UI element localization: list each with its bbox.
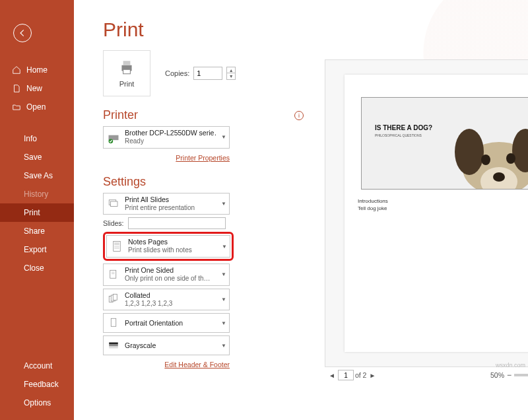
print-button[interactable]: Print [103, 50, 150, 96]
svg-point-22 [455, 129, 484, 175]
zoom-out-button[interactable]: − [507, 370, 512, 380]
sidebar-item-saveas[interactable]: Save As [0, 166, 74, 185]
page-number-input[interactable] [338, 370, 354, 380]
chevron-down-icon: ▼ [221, 271, 226, 277]
copies-spinner[interactable]: ▲▼ [226, 67, 236, 80]
collation-dropdown[interactable]: Collated1,2,3 1,2,3 1,2,3 ▼ [103, 289, 230, 311]
backstage-sidebar: Home New Open Info Save Save As History … [0, 0, 74, 420]
copies-input[interactable] [193, 67, 222, 80]
sidebar-item-print[interactable]: Print [0, 203, 74, 222]
svg-rect-20 [109, 347, 118, 349]
chevron-down-icon: ▼ [221, 320, 226, 326]
layout-dropdown-highlight: Notes PagesPrint slides with notes ▼ [103, 232, 234, 261]
slides-label: Slides: [103, 219, 124, 227]
printer-ready-icon [106, 130, 121, 145]
chevron-down-icon: ▼ [221, 134, 226, 140]
orientation-dropdown[interactable]: Portrait Orientation ▼ [103, 313, 230, 333]
sidebar-label: New [26, 84, 42, 93]
sidebar-item-history: History [0, 185, 74, 203]
svg-point-26 [506, 153, 515, 164]
printer-dropdown[interactable]: Brother DCP-L2550DW serie…Ready ▼ [103, 126, 230, 149]
sidebar-item-feedback[interactable]: Feedback [0, 375, 74, 394]
copies-control: Copies: ▲▼ [165, 67, 236, 80]
zoom-slider[interactable] [514, 374, 528, 376]
svg-rect-17 [111, 318, 116, 326]
page-total: of 2 [355, 371, 367, 379]
watermark: wsxdn.com [496, 362, 525, 368]
slide-subtitle: PHILOSOPHICAL QUESTIONS [375, 133, 422, 137]
chevron-down-icon: ▼ [221, 297, 226, 302]
svg-rect-1 [123, 61, 131, 65]
chevron-down-icon: ▼ [222, 244, 227, 250]
portrait-icon [106, 316, 121, 330]
slide-title: IS THERE A DOG? [375, 124, 432, 131]
svg-point-27 [493, 172, 505, 182]
printer-info-icon[interactable]: i [294, 111, 304, 120]
svg-rect-11 [110, 270, 116, 278]
color-dropdown[interactable]: Grayscale ▼ [103, 335, 230, 355]
preview-page: IS THERE A DOG? PHILOSOPHICAL QUESTIONS … [345, 75, 528, 352]
notes-page-icon [110, 239, 124, 254]
dog-image [440, 119, 528, 190]
svg-rect-19 [109, 345, 118, 347]
grayscale-icon [106, 338, 121, 353]
sidebar-item-new[interactable]: New [0, 79, 74, 98]
back-button[interactable] [13, 24, 32, 42]
slide-thumbnail: IS THERE A DOG? PHILOSOPHICAL QUESTIONS [361, 97, 528, 190]
sidebar-item-account[interactable]: Account [0, 357, 74, 375]
svg-rect-18 [109, 343, 118, 345]
one-sided-icon [106, 267, 121, 282]
sidebar-item-home[interactable]: Home [0, 61, 74, 79]
print-range-dropdown[interactable]: Print All SlidesPrint entire presentatio… [103, 193, 230, 215]
print-backstage: Print Print Copies: ▲▼ Printer i Brother… [74, 0, 528, 420]
next-page-button[interactable]: ► [368, 372, 377, 379]
notes-text: Introductions Tell dog joke [358, 197, 528, 212]
svg-rect-2 [123, 69, 131, 74]
print-layout-dropdown[interactable]: Notes PagesPrint slides with notes ▼ [106, 235, 230, 258]
copies-label: Copies: [165, 69, 189, 77]
slides-range-input[interactable] [128, 217, 226, 229]
chevron-down-icon: ▼ [221, 201, 226, 207]
preview-footer: ◄ of 2 ► 50% − + [325, 367, 528, 383]
svg-rect-16 [113, 295, 117, 300]
page-title: Print [103, 18, 528, 41]
preview-viewport: IS THERE A DOG? PHILOSOPHICAL QUESTIONS … [325, 59, 528, 367]
sidebar-item-info[interactable]: Info [0, 129, 74, 148]
sidebar-item-save[interactable]: Save [0, 148, 74, 166]
sidebar-item-close[interactable]: Close [0, 259, 74, 277]
sidebar-item-options[interactable]: Options [0, 394, 74, 412]
sidebar-label: Home [26, 65, 48, 75]
slides-stack-icon [106, 196, 121, 211]
print-preview: IS THERE A DOG? PHILOSOPHICAL QUESTIONS … [325, 59, 528, 383]
collated-icon [106, 292, 121, 306]
printer-properties-link[interactable]: Printer Properties [176, 154, 230, 162]
sidebar-item-export[interactable]: Export [0, 240, 74, 259]
printer-icon [118, 59, 135, 76]
svg-rect-8 [114, 242, 119, 246]
sidebar-label: Open [26, 102, 46, 112]
zoom-level: 50% [490, 371, 504, 379]
header-footer-link[interactable]: Edit Header & Footer [164, 361, 230, 368]
sidebar-item-open[interactable]: Open [0, 98, 74, 116]
sidebar-item-share[interactable]: Share [0, 222, 74, 240]
prev-page-button[interactable]: ◄ [327, 372, 337, 379]
chevron-down-icon: ▼ [221, 343, 226, 349]
svg-rect-6 [111, 201, 118, 207]
svg-point-25 [481, 155, 490, 165]
sides-dropdown[interactable]: Print One SidedOnly print on one side of… [103, 263, 230, 286]
